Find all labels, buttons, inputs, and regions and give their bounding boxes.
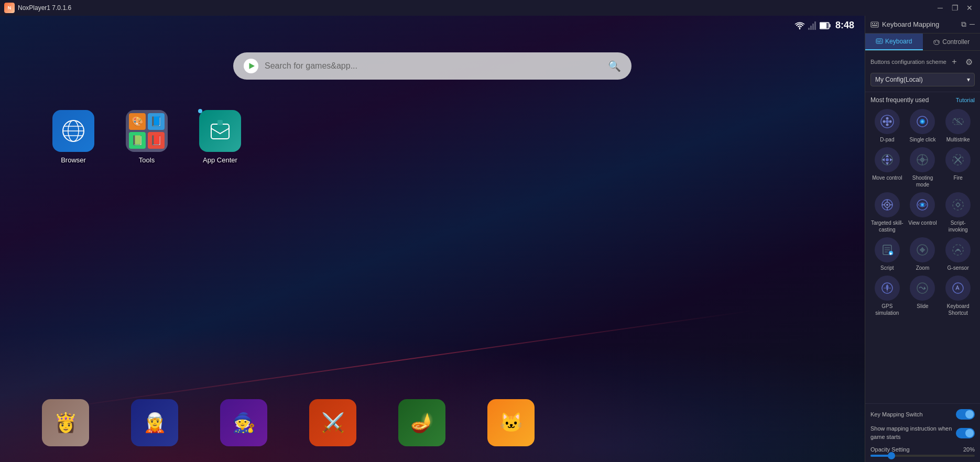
gps-icon [880,281,895,295]
opacity-value: 20% [963,446,975,453]
move-icon [880,152,895,167]
key-mapping-switch-row: Key Mapping Switch [870,409,975,420]
app-notification-dot [198,109,202,113]
bottom-app-4[interactable]: ⚔️ [309,399,356,446]
svg-rect-20 [872,25,873,26]
svg-point-39 [886,120,889,123]
control-move[interactable]: Move control [870,147,904,188]
svg-rect-29 [881,41,882,42]
gps-label: GPS simulation [870,303,904,316]
signal-icon [808,21,816,30]
move-icon-wrap [875,147,900,172]
keyboard-mapping-icon [870,20,879,29]
key-mapping-toggle[interactable] [956,409,975,420]
panel-title-row: Keyboard Mapping [870,20,939,29]
control-slide[interactable]: Slide [906,276,940,316]
app-browser[interactable]: Browser [52,110,94,164]
search-container[interactable]: Search for games&app... 🔍 [233,52,631,80]
svg-rect-16 [871,22,878,27]
svg-rect-26 [880,40,881,41]
control-fire[interactable]: Fire [941,147,975,188]
show-mapping-row: Show mapping instruction when game start… [870,425,975,441]
control-single-click[interactable]: Single click [906,109,940,143]
playstore-icon [244,59,258,73]
svg-point-56 [922,159,923,160]
config-dropdown-icon: ▾ [967,76,970,83]
view-icon-wrap [910,192,935,217]
svg-rect-24 [877,40,878,41]
show-mapping-toggle[interactable] [956,428,975,438]
svg-rect-22 [876,25,877,26]
dpad-icon [880,114,895,129]
panel-restore-icon[interactable]: ⧉ [961,20,966,29]
emulator-screen[interactable]: 8:48 Search for games&app... 🔍 [0,16,865,462]
app-tools[interactable]: 🎨 📘 📗 📕 Tools [126,110,168,164]
control-dpad[interactable]: D-pad [870,109,904,143]
tab-keyboard[interactable]: Keyboard [865,34,923,50]
opacity-slider[interactable] [870,455,975,457]
view-icon [915,197,930,212]
key-mapping-label: Key Mapping Switch [870,411,956,419]
svg-rect-14 [211,124,229,139]
bottom-app-3[interactable]: 🧙 [220,399,267,446]
search-bar[interactable]: Search for games&app... 🔍 [233,52,631,80]
control-shooting[interactable]: Shooting mode [906,147,940,188]
opacity-label-row: Opacity Setting 20% [870,446,975,453]
panel-title: Keyboard Mapping [882,20,939,28]
battery-icon [820,22,831,29]
minimize-button[interactable]: ─ [934,3,946,13]
settings-config-button[interactable]: ⚙ [963,56,975,68]
add-config-button[interactable]: + [949,56,960,68]
tools-label: Tools [139,156,155,164]
view-label: View control [908,219,937,226]
panel-header: Keyboard Mapping ⧉ ─ [865,16,980,34]
config-select[interactable]: My Config(Local) ▾ [870,73,975,86]
bottom-app-6[interactable]: 🐱 [487,399,535,446]
slide-label: Slide [917,303,928,310]
control-zoom[interactable]: Zoom [906,237,940,271]
close-button[interactable]: ✕ [963,3,976,13]
search-icon[interactable]: 🔍 [608,60,621,72]
dpad-label: D-pad [880,136,894,143]
appcenter-label: App Center [203,156,237,164]
svg-point-37 [883,120,885,123]
bottom-app-5[interactable]: 🪔 [398,399,445,446]
controls-grid: D-pad Single click [870,109,975,316]
opacity-row: Opacity Setting 20% [870,446,975,457]
freq-title: Most frequently used [870,96,929,104]
restore-button[interactable]: ❐ [949,3,961,13]
app-center[interactable]: App Center [199,110,241,164]
svg-point-69 [921,204,923,206]
slide-icon-wrap [910,276,935,301]
tutorial-link[interactable]: Tutorial [956,97,975,103]
opacity-thumb[interactable] [888,452,895,459]
script-label: Script [880,265,894,271]
freq-header: Most frequently used Tutorial [870,96,975,104]
freq-section: Most frequently used Tutorial [865,92,980,403]
tabs-row: Keyboard Controller [865,34,980,51]
panel-minimize-icon[interactable]: ─ [970,20,975,29]
bottom-settings: Key Mapping Switch Show mapping instruct… [865,403,980,462]
config-section: Buttons configuration scheme + ⚙ My Conf… [865,51,980,92]
bottom-app-1[interactable]: 👸 [42,399,89,446]
svg-point-42 [921,120,924,123]
fire-icon [951,152,965,167]
search-placeholder[interactable]: Search for games&app... [265,61,602,71]
keyboard-shortcut-icon-wrap [945,276,971,301]
svg-point-35 [886,117,888,120]
multistrike-icon [951,114,965,129]
svg-rect-18 [874,23,875,24]
control-view[interactable]: View control [906,192,940,233]
script-invoke-icon-wrap [945,192,971,217]
tab-controller[interactable]: Controller [923,34,981,50]
control-multistrike[interactable]: Multistrike [941,109,975,143]
keyboard-tab-icon [876,38,883,45]
control-script-invoke[interactable]: Script-invoking [941,192,975,233]
bottom-app-2[interactable]: 🧝 [131,399,178,446]
control-gps[interactable]: GPS simulation [870,276,904,316]
control-gsensor[interactable]: G-sensor [941,237,975,271]
control-keyboard-shortcut[interactable]: Keyboard Shortcut [941,276,975,316]
control-targeted[interactable]: Targeted skill-casting [870,192,904,233]
control-script[interactable]: ▶ Script [870,237,904,271]
shooting-icon-wrap [910,147,935,172]
